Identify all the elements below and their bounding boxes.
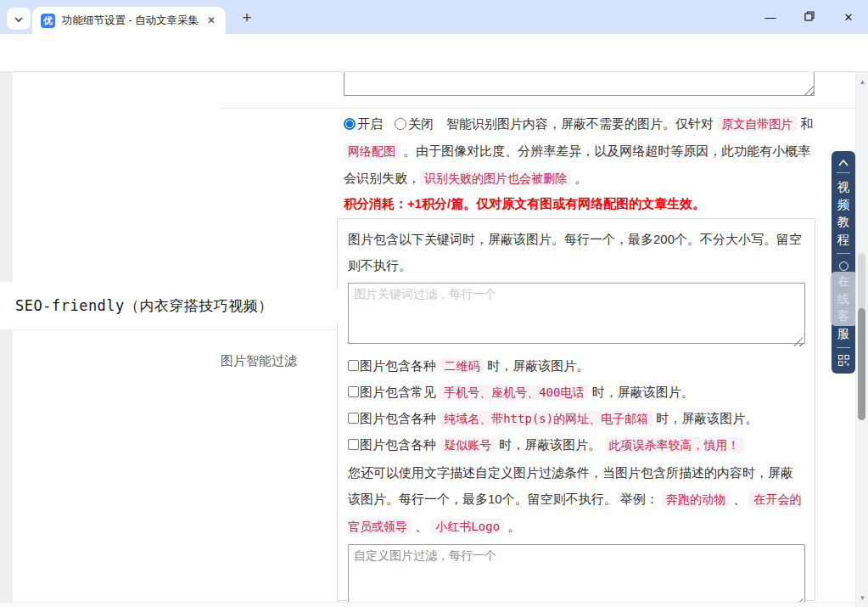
radio-on-label: 开启 bbox=[357, 116, 383, 131]
keyword-filter-textarea[interactable] bbox=[348, 283, 805, 344]
account-filter-label: 图片包含各种 疑似账号 时，屏蔽该图片。 此项误杀率较高，慎用！ bbox=[360, 437, 744, 452]
page-margin-strip bbox=[0, 330, 13, 602]
points-cost-note: 积分消耗：+1积分/篇。仅对原文有图或有网络配图的文章生效。 bbox=[344, 190, 815, 216]
browser-tab[interactable]: 优 功能细节设置 - 自动文章采集器 ✕ bbox=[32, 7, 226, 34]
qrcode-filter-checkbox[interactable] bbox=[348, 360, 359, 371]
custom-filter-field bbox=[348, 544, 805, 607]
phone-filter-checkbox[interactable] bbox=[348, 386, 359, 397]
radio-off[interactable] bbox=[395, 118, 406, 130]
custom-filter-intro: 您还可以使用文字描述自定义图片过滤条件，当图片包含所描述的内容时，屏蔽该图片。每… bbox=[348, 459, 804, 540]
radio-on[interactable] bbox=[344, 118, 356, 130]
tab-search-button[interactable] bbox=[7, 8, 31, 30]
widget-divider bbox=[837, 253, 850, 254]
widget-divider bbox=[837, 172, 850, 173]
scroll-up-icon[interactable]: ▲ bbox=[856, 76, 868, 87]
video-tutorial-button[interactable]: 视频教程 bbox=[837, 178, 850, 248]
url-filter-label: 图片包含各种 纯域名、带http(s)的网址、电子邮箱 时，屏蔽该图片。 bbox=[360, 411, 758, 425]
qr-code-icon[interactable] bbox=[838, 355, 849, 366]
page-title: SEO-friendly（内衣穿搭技巧视频） bbox=[15, 289, 338, 323]
previous-settings-textarea[interactable] bbox=[344, 72, 815, 96]
collapse-chevron-icon[interactable] bbox=[837, 159, 849, 167]
window-bottom-edge bbox=[0, 602, 855, 607]
new-tab-button[interactable]: + bbox=[236, 7, 258, 29]
site-favicon: 优 bbox=[41, 14, 55, 28]
band-divider bbox=[0, 329, 337, 330]
scroll-down-icon[interactable]: ▼ bbox=[856, 592, 868, 604]
customer-service-icon bbox=[839, 261, 848, 271]
custom-filter-textarea[interactable] bbox=[348, 544, 805, 605]
restore-icon bbox=[804, 11, 815, 24]
keyword-filter-field bbox=[348, 283, 805, 352]
page-margin-strip bbox=[0, 72, 13, 282]
restore-button[interactable] bbox=[790, 0, 829, 34]
account-filter-checkbox[interactable] bbox=[348, 439, 359, 450]
widget-divider bbox=[837, 347, 850, 348]
window-controls: — ✕ bbox=[751, 0, 868, 34]
browser-titlebar: 优 功能细节设置 - 自动文章采集器 ✕ + — ✕ bbox=[0, 0, 868, 34]
section-divider bbox=[221, 108, 854, 109]
browser-window: 优 功能细节设置 - 自动文章采集器 ✕ + — ✕ ← → ↻ ucaiyun… bbox=[0, 0, 868, 607]
qrcode-filter-label: 图片包含各种 二维码 时，屏蔽该图片。 bbox=[360, 358, 589, 373]
keyword-filter-intro: 图片包含以下关键词时，屏蔽该图片。每行一个，最多200个。不分大小写。留空则不执… bbox=[348, 226, 804, 278]
browser-toolbar: ← → ↻ ucaiyun.com/caiji/settings/ ☆ 井 ⋮ bbox=[0, 34, 868, 72]
filter-option-row: 图片包含各种 纯域名、带http(s)的网址、电子邮箱 时，屏蔽该图片。 bbox=[348, 405, 804, 431]
url-filter-checkbox[interactable] bbox=[348, 413, 359, 424]
page-content: 开启关闭 智能识别图片内容，屏蔽不需要的图片。仅针对 原文自带图片 和 网络配图… bbox=[0, 72, 868, 607]
tab-close-icon[interactable]: ✕ bbox=[204, 13, 219, 28]
image-filter-box: 图片包含以下关键词时，屏蔽该图片。每行一个，最多200个。不分大小写。留空则不执… bbox=[337, 218, 815, 601]
minimize-button[interactable]: — bbox=[751, 0, 790, 34]
phone-filter-label: 图片包含常见 手机号、座机号、400电话 时，屏蔽该图片。 bbox=[360, 385, 694, 399]
tab-title: 功能细节设置 - 自动文章采集器 bbox=[62, 14, 199, 28]
chevron-down-icon bbox=[14, 11, 24, 26]
filter-option-row: 图片包含各种 疑似账号 时，屏蔽该图片。 此项误杀率较高，慎用！ bbox=[348, 431, 804, 458]
floating-side-widget: 视频教程 在线客服 bbox=[832, 151, 855, 374]
radio-off-label: 关闭 bbox=[408, 116, 434, 131]
overlay-scroll-thumb[interactable] bbox=[830, 272, 859, 326]
scrollbar-thumb[interactable] bbox=[858, 308, 865, 420]
field-label: 图片智能过滤 bbox=[136, 347, 297, 374]
filter-option-row: 图片包含常见 手机号、座机号、400电话 时，屏蔽该图片。 bbox=[348, 379, 804, 405]
image-recognition-setting: 开启关闭 智能识别图片内容，屏蔽不需要的图片。仅针对 原文自带图片 和 网络配图… bbox=[344, 110, 815, 192]
close-window-button[interactable]: ✕ bbox=[829, 0, 868, 34]
scrollbar-thumb-secondary[interactable] bbox=[858, 253, 865, 311]
filter-option-row: 图片包含各种 二维码 时，屏蔽该图片。 bbox=[348, 352, 804, 379]
